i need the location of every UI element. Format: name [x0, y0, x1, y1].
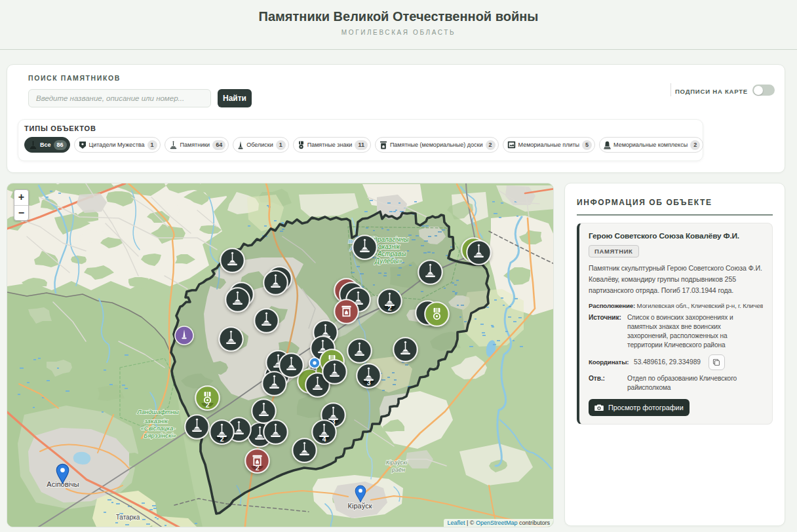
svg-text:Дулебы»: Дулебы»: [374, 257, 402, 265]
svg-text:заказнік: заказнік: [374, 243, 400, 250]
svg-text:Кіраўскі: Кіраўскі: [386, 459, 408, 466]
svg-text:2: 2: [256, 465, 260, 472]
svg-text:Кіраўск: Кіраўск: [348, 502, 372, 510]
svg-text:Бярэзінскі»: Бярэзінскі»: [144, 432, 176, 439]
svg-text:«Астравы: «Астравы: [374, 250, 406, 257]
svg-text:3: 3: [367, 379, 371, 387]
svg-text:Татарка: Татарка: [116, 514, 140, 521]
svg-text:2: 2: [220, 436, 224, 443]
svg-text:заказнік: заказнік: [144, 417, 168, 425]
svg-text:2: 2: [388, 305, 392, 312]
svg-text:2: 2: [206, 402, 210, 409]
svg-text:Ландшафтны: Ландшафтны: [136, 408, 179, 415]
svg-text:раён: раён: [391, 466, 405, 473]
svg-text:4: 4: [322, 436, 326, 443]
svg-text:«Свіслацка-: «Свіслацка-: [141, 425, 176, 432]
